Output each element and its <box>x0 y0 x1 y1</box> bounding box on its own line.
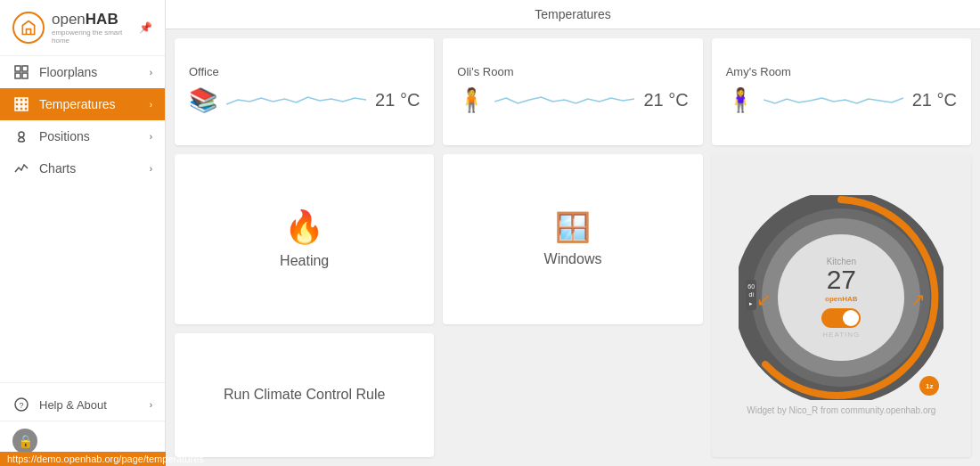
sparkline-amys <box>764 82 903 118</box>
temperatures-icon <box>12 97 30 111</box>
thermostat-card: Kitchen 27 openHAB HEATING <box>712 154 971 457</box>
temp-card-amys-room[interactable]: Amy's Room 🧍‍♀️ 21 °C <box>712 38 971 145</box>
sidebar-item-help-about[interactable]: ? Help & About › <box>0 388 165 421</box>
sidebar-item-label-floorplans: Floorplans <box>39 65 97 79</box>
windows-label: Windows <box>544 251 602 267</box>
feature-card-heating[interactable]: 🔥 Heating <box>175 154 434 324</box>
svg-rect-3 <box>22 73 28 78</box>
heating-icon: 🔥 <box>284 208 324 246</box>
page-title: Temperatures <box>535 7 611 21</box>
sidebar-item-floorplans[interactable]: Floorplans › <box>0 56 165 88</box>
feature-card-windows[interactable]: 🪟 Windows <box>443 154 702 324</box>
content-grid: Office 📚 21 °C Oli's Room 🧍 <box>166 29 980 466</box>
sidebar-item-label-temperatures: Temperatures <box>39 97 116 111</box>
sidebar-item-label-charts: Charts <box>39 161 76 176</box>
svg-rect-12 <box>24 107 28 110</box>
svg-text:?: ? <box>20 401 24 410</box>
windows-icon: 🪟 <box>555 210 591 244</box>
svg-point-13 <box>19 132 24 137</box>
help-icon: ? <box>12 397 30 412</box>
svg-rect-5 <box>20 98 23 102</box>
pin-icon[interactable]: 📌 <box>139 21 152 34</box>
svg-rect-2 <box>15 73 20 78</box>
url-bar: https://demo.openhab.org/page/temperatur… <box>0 452 166 466</box>
logo-sub: empowering the smart home <box>52 29 139 45</box>
room-icon-office: 📚 <box>189 86 217 114</box>
thermostat-increase-button[interactable]: ↗ <box>911 289 926 310</box>
svg-rect-4 <box>15 98 19 102</box>
chevron-temperatures: › <box>150 100 152 110</box>
svg-rect-1 <box>22 66 28 71</box>
positions-icon <box>12 129 30 143</box>
sidebar-item-label-positions: Positions <box>39 129 90 143</box>
widget-credit: Widget by Nico_R from community.openhab.… <box>747 405 935 415</box>
chevron-help: › <box>150 400 152 410</box>
sidebar-item-charts[interactable]: Charts › <box>0 152 165 184</box>
sidebar-nav: Floorplans › Temperatures › Positions › <box>0 56 165 382</box>
sidebar-item-positions[interactable]: Positions › <box>0 120 165 152</box>
svg-rect-11 <box>20 107 23 110</box>
logo-text: openHAB <box>52 11 139 29</box>
topbar: Temperatures <box>166 0 980 29</box>
room-name-office: Office <box>189 65 420 78</box>
room-icon-amys: 🧍‍♀️ <box>726 86 755 114</box>
thermostat-widget: Kitchen 27 openHAB HEATING <box>739 195 943 400</box>
user-avatar: 🔒 <box>12 429 37 454</box>
temp-value-amys: 21 °C <box>912 90 957 110</box>
room-name-amys: Amy's Room <box>726 65 957 78</box>
svg-rect-8 <box>20 102 23 106</box>
svg-rect-7 <box>15 102 19 106</box>
temp-card-office[interactable]: Office 📚 21 °C <box>175 38 434 145</box>
main-content: Temperatures Office 📚 21 °C Oli's Room <box>166 0 980 466</box>
run-rule-card[interactable]: Run Climate Control Rule <box>175 333 434 457</box>
floorplans-icon <box>12 65 30 79</box>
svg-rect-9 <box>24 102 28 106</box>
heating-label: Heating <box>280 253 329 269</box>
svg-rect-6 <box>24 98 28 102</box>
sidebar-logo: openHAB empowering the smart home 📌 <box>0 0 165 56</box>
openhab-logo-icon <box>12 12 45 44</box>
temp-value-office: 21 °C <box>375 90 420 110</box>
room-name-olis: Oli's Room <box>457 65 688 78</box>
sidebar-item-temperatures[interactable]: Temperatures › <box>0 88 165 120</box>
sidebar: openHAB empowering the smart home 📌 Floo… <box>0 0 166 466</box>
charts-icon <box>12 161 30 176</box>
room-icon-olis: 🧍 <box>457 86 486 114</box>
chevron-positions: › <box>150 132 152 142</box>
svg-rect-10 <box>15 107 19 110</box>
chevron-floorplans: › <box>150 68 152 78</box>
svg-rect-0 <box>15 66 20 71</box>
chevron-charts: › <box>150 164 152 174</box>
temp-card-olis-room[interactable]: Oli's Room 🧍 21 °C <box>443 38 702 145</box>
sidebar-item-label-help: Help & About <box>39 398 107 412</box>
thermostat-decrease-button[interactable]: ↙ <box>756 289 772 310</box>
sparkline-office <box>226 82 366 118</box>
temp-value-olis: 21 °C <box>643 90 688 110</box>
sparkline-olis <box>494 82 634 118</box>
run-rule-label: Run Climate Control Rule <box>224 387 385 403</box>
thermostat-side-label: 60di▸ <box>746 280 756 309</box>
